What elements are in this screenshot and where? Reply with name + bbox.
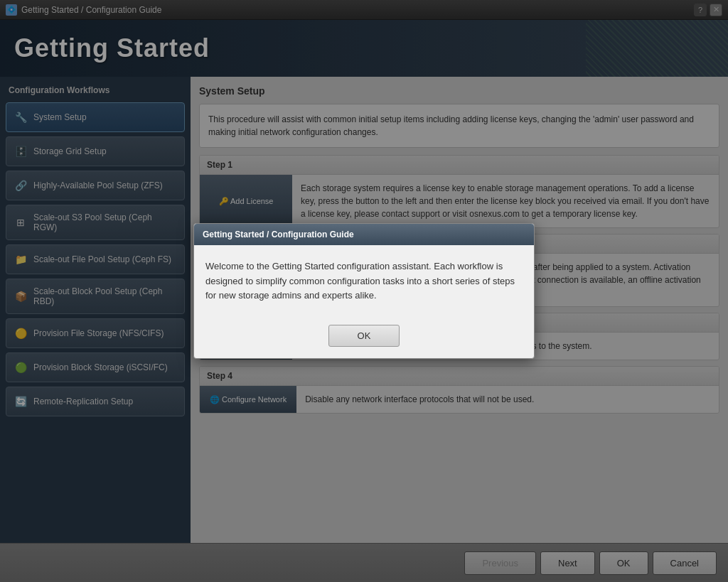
modal-footer: OK bbox=[194, 318, 534, 358]
modal-ok-button[interactable]: OK bbox=[328, 325, 400, 347]
modal-dialog: Getting Started / Configuration Guide We… bbox=[193, 223, 535, 359]
modal-body: Welcome to the Getting Started configura… bbox=[194, 245, 534, 318]
modal-title: Getting Started / Configuration Guide bbox=[194, 224, 534, 245]
modal-overlay: Getting Started / Configuration Guide We… bbox=[0, 0, 728, 582]
